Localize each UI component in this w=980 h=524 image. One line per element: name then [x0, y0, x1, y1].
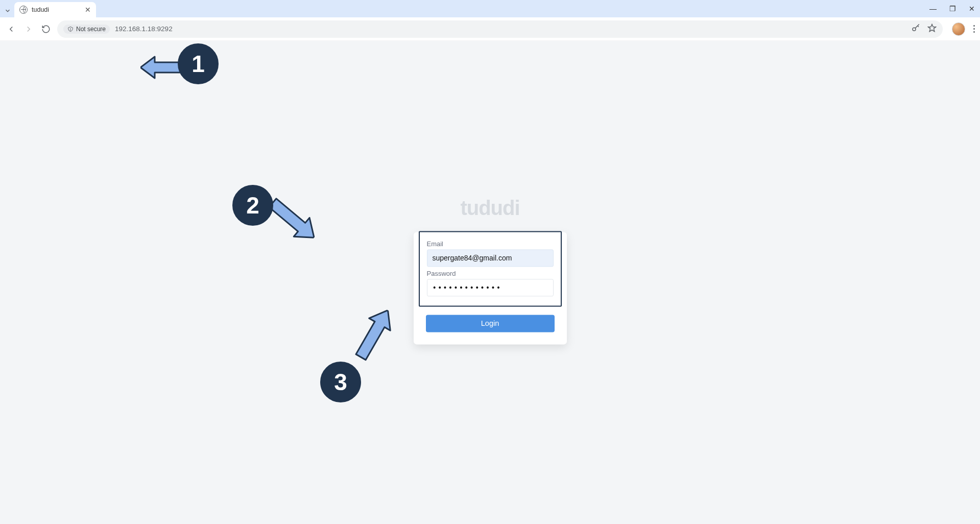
- close-window-button[interactable]: ✕: [967, 5, 977, 13]
- login-container: tududi Email Password Login: [414, 197, 567, 344]
- browser-titlebar: tududi ✕ — ❐ ✕: [0, 0, 980, 17]
- svg-point-1: [70, 30, 71, 30]
- annotation-bubble-2: 2: [232, 185, 273, 226]
- maximize-button[interactable]: ❐: [947, 5, 958, 13]
- password-label: Password: [427, 270, 554, 277]
- tab-list-dropdown[interactable]: [2, 4, 13, 17]
- minimize-button[interactable]: —: [928, 5, 938, 13]
- brand-logo: tududi: [414, 197, 567, 220]
- browser-menu[interactable]: [973, 25, 975, 33]
- email-label: Email: [427, 240, 554, 248]
- password-key-icon[interactable]: [911, 23, 920, 34]
- profile-avatar[interactable]: [952, 22, 965, 36]
- login-card: Email Password Login: [414, 232, 567, 344]
- svg-marker-6: [350, 304, 399, 363]
- annotation-number-2: 2: [246, 192, 259, 219]
- annotation-number-3: 3: [334, 368, 347, 396]
- toolbar-right: [952, 22, 975, 36]
- address-bar[interactable]: Not secure 192.168.1.18:9292: [57, 20, 943, 38]
- svg-marker-5: [265, 194, 322, 247]
- window-controls: — ❐ ✕: [928, 0, 977, 17]
- reload-button[interactable]: [40, 23, 52, 35]
- back-button[interactable]: [5, 23, 17, 35]
- annotation-arrow-3: [347, 302, 401, 366]
- login-button[interactable]: Login: [426, 315, 555, 332]
- url-text: 192.168.1.18:9292: [115, 25, 173, 33]
- page-viewport: tududi Email Password Login 1: [0, 41, 980, 524]
- forward-button[interactable]: [22, 23, 35, 35]
- browser-tab[interactable]: tududi ✕: [14, 2, 96, 17]
- login-fields-outline: Email Password: [419, 231, 562, 306]
- tab-strip: tududi ✕: [0, 0, 96, 17]
- browser-toolbar: Not secure 192.168.1.18:9292: [0, 17, 980, 41]
- annotation-bubble-1: 1: [178, 43, 219, 84]
- annotation-arrow-1: [140, 55, 186, 80]
- close-icon[interactable]: ✕: [85, 6, 91, 14]
- password-field[interactable]: [427, 279, 554, 296]
- annotation-arrow-2: [261, 190, 324, 250]
- annotation-bubble-3: 3: [320, 362, 361, 402]
- globe-icon: [19, 6, 28, 14]
- svg-marker-3: [928, 25, 936, 32]
- security-label: Not secure: [76, 26, 106, 33]
- bookmark-star-icon[interactable]: [927, 23, 937, 34]
- svg-marker-4: [140, 57, 185, 78]
- tab-title: tududi: [32, 6, 49, 13]
- annotation-number-1: 1: [192, 50, 205, 78]
- email-field[interactable]: [427, 249, 554, 267]
- security-chip[interactable]: Not secure: [63, 25, 110, 34]
